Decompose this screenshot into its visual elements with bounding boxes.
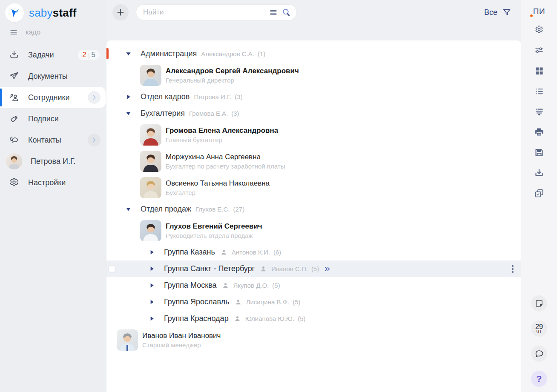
group-name[interactable]: Группа Краснодар [164, 314, 229, 323]
row-checkbox[interactable] [109, 266, 115, 272]
employee-info: Моржухина Анна СергеевнаБухгалтер по рас… [166, 153, 285, 170]
department-count: (3) [231, 110, 239, 117]
printer-icon[interactable] [534, 127, 544, 137]
person-icon [260, 265, 267, 272]
gear-icon[interactable] [534, 25, 544, 35]
employee-photo[interactable] [117, 329, 138, 351]
tree-row-employee[interactable]: Овсиенко Татьяна НиколаевнаБухгалтер [106, 175, 521, 201]
expand-triangle-icon[interactable] [149, 316, 155, 321]
collapse-triangle-icon[interactable] [126, 51, 131, 57]
help-button[interactable]: ? [531, 371, 547, 387]
employee-info: Глухов Евгений СергеевичРуководитель отд… [166, 222, 262, 239]
paper-plane-icon [9, 71, 20, 82]
tree-row-group[interactable]: Группа КраснодарЮлианова Ю.Ю.(5) [106, 310, 521, 327]
employee-photo[interactable] [140, 177, 161, 198]
search-options-icon[interactable] [269, 8, 278, 17]
employee-role: Бухгалтер по расчету заработной платы [166, 163, 285, 170]
collapse-triangle-icon[interactable] [126, 206, 131, 212]
chevron-right-icon[interactable] [88, 134, 100, 146]
sidebar-item-gear[interactable]: Настройки [0, 172, 106, 193]
app-logo[interactable]: sabystaff [0, 0, 106, 24]
tree-list-icon[interactable] [534, 86, 544, 96]
tree-row-employee[interactable]: Моржухина Анна СергеевнаБухгалтер по рас… [106, 148, 521, 175]
group-name[interactable]: Группа Санкт - Петербург [164, 264, 255, 273]
tree-row-group[interactable]: Группа КазаньАнтонов К.И.(6) [106, 244, 521, 260]
group-count: (5) [298, 315, 305, 322]
sidebar-item-inbox[interactable]: Задачи2|5 [0, 44, 106, 66]
employee-photo[interactable] [140, 65, 161, 86]
sidebar-item-usb[interactable]: Подписи [0, 108, 106, 129]
app-title: sabystaff [29, 6, 77, 20]
employee-role: Главный бухгалтер [166, 136, 278, 143]
employee-name[interactable]: Иванов Иван Иванович [142, 332, 221, 340]
user-avatar [6, 153, 22, 169]
search-bar[interactable] [136, 5, 296, 20]
tree-row-department[interactable]: Отдел кадровПетрова И.Г.(3) [106, 89, 521, 105]
chevron-right-icon[interactable] [88, 91, 100, 104]
download-icon[interactable] [534, 168, 544, 178]
expand-triangle-icon[interactable] [149, 283, 155, 288]
search-input[interactable] [143, 8, 266, 17]
employee-role: Генеральный директор [166, 77, 299, 84]
chat-bubble-icon[interactable] [531, 346, 547, 362]
employee-photo[interactable] [140, 124, 161, 146]
employee-name[interactable]: Овсиенко Татьяна Николаевна [166, 179, 270, 188]
sidebar-item-people[interactable]: Сотрудники [0, 87, 106, 108]
tree-row-employee[interactable]: Глухов Евгений СергеевичРуководитель отд… [106, 217, 521, 244]
employee-info: Громова Елена АлександровнаГлавный бухга… [166, 126, 278, 143]
accordion-label: кэдо [26, 28, 40, 37]
group-name[interactable]: Группа Казань [164, 248, 215, 257]
group-name[interactable]: Группа Ярославль [164, 298, 230, 306]
grid-view-icon[interactable] [534, 66, 544, 76]
department-manager: Громова Е.А. [189, 110, 228, 117]
save-icon[interactable] [534, 147, 544, 157]
collapse-list-icon[interactable] [534, 106, 544, 117]
department-name[interactable]: Отдел продаж [141, 205, 191, 214]
expand-triangle-icon[interactable] [149, 249, 155, 255]
employee-name[interactable]: Моржухина Анна Сергеевна [166, 153, 285, 161]
user-initials-badge[interactable]: ПИ [533, 7, 545, 19]
magnifier-icon[interactable] [281, 7, 291, 17]
tree-row-group[interactable]: Группа Санкт - ПетербургИванов С.П.(5) [106, 260, 521, 277]
multiselect-icon[interactable] [534, 188, 544, 198]
expand-triangle-icon[interactable] [149, 266, 155, 272]
expand-triangle-icon[interactable] [149, 299, 155, 305]
department-name[interactable]: Администрация [141, 49, 197, 58]
sidebar-item-label: Подписи [28, 114, 59, 123]
department-count: (1) [258, 50, 265, 57]
employee-info: Александров Сергей АлександровичГенераль… [166, 67, 299, 84]
note-icon[interactable] [531, 295, 547, 312]
sidebar-item-avatar[interactable]: Петрова И.Г. [0, 151, 106, 172]
tree-row-employee[interactable]: Громова Елена АлександровнаГлавный бухга… [106, 122, 521, 148]
collapse-triangle-icon[interactable] [126, 111, 131, 116]
tree-row-group[interactable]: Группа ЯрославльЛисицина В.Ф.(5) [106, 294, 521, 310]
right-rail: ПИ 29чт? [521, 0, 557, 392]
open-group-icon[interactable] [323, 265, 332, 273]
employee-name[interactable]: Александров Сергей Александрович [166, 67, 299, 75]
kebab-menu-icon[interactable] [512, 265, 514, 273]
employee-photo[interactable] [140, 220, 161, 241]
employee-name[interactable]: Глухов Евгений Сергеевич [166, 222, 262, 231]
accordion-kedo[interactable]: кэдо [0, 24, 106, 41]
sidebar-item-paper-plane[interactable]: Документы [0, 66, 106, 87]
tree-row-department[interactable]: БухгалтерияГромова Е.А.(3) [106, 105, 521, 122]
saby-bird-icon [5, 3, 24, 22]
department-name[interactable]: Бухгалтерия [141, 109, 185, 118]
tree-row-employee[interactable]: Иванов Иван ИвановичСтарший менеджер [106, 327, 521, 353]
add-button[interactable] [112, 4, 129, 20]
expand-triangle-icon[interactable] [126, 94, 131, 100]
tree-row-group[interactable]: Группа МоскваЯкупов Д.О.(5) [106, 277, 521, 294]
employee-name[interactable]: Громова Елена Александровна [166, 126, 278, 135]
department-name[interactable]: Отдел кадров [141, 92, 189, 101]
funnel-icon[interactable] [502, 7, 512, 17]
sidebar-item-chats[interactable]: Контакты [0, 129, 106, 151]
sliders-icon[interactable] [534, 45, 544, 55]
tree-row-department[interactable]: АдминистрацияАлександров С.А.(1) [106, 46, 521, 62]
tree-row-department[interactable]: Отдел продажГлухов Е.С.(27) [106, 201, 521, 217]
calendar-button[interactable]: 29чт [531, 320, 547, 337]
group-name[interactable]: Группа Москва [164, 281, 217, 290]
employee-photo[interactable] [140, 151, 161, 172]
tree-row-employee[interactable]: Александров Сергей АлександровичГенераль… [106, 62, 521, 89]
gear-icon [9, 177, 20, 188]
filter-all-label[interactable]: Все [484, 8, 497, 17]
